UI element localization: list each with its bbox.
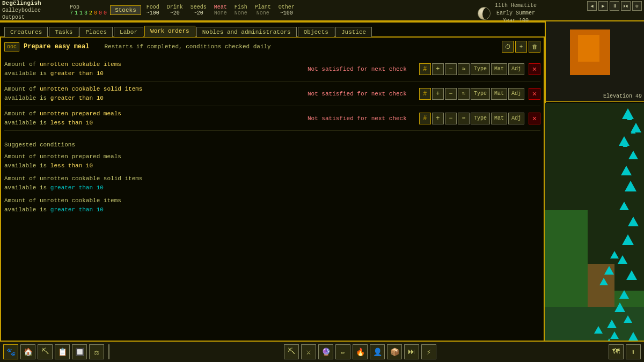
minus-btn-2[interactable]: − xyxy=(445,88,457,100)
mat-btn-3[interactable]: Mat xyxy=(491,113,507,124)
res-other: Other ~100 xyxy=(279,4,295,16)
bot-center-person[interactable]: 👤 xyxy=(370,344,385,359)
adj-btn-3[interactable]: Adj xyxy=(508,113,524,124)
cond-status-1: Not satisfied for next check xyxy=(308,66,415,72)
top-icon-4[interactable]: ⏭ xyxy=(621,1,631,11)
top-icon-3[interactable]: ⏸ xyxy=(610,1,619,11)
conditions-area: Amount of unrotten cookable items availa… xyxy=(4,57,540,358)
minimap-overview: Elevation 49 xyxy=(546,21,644,102)
bot-icon-designate[interactable]: ⛏ xyxy=(38,344,53,359)
cond-controls-1: # + − ≈ Type Mat Adj xyxy=(419,63,524,75)
bot-center-mine[interactable]: ⛏ xyxy=(284,344,299,359)
hash-btn-3[interactable]: # xyxy=(419,113,431,124)
fort-type: Galleybodice xyxy=(2,7,67,14)
res-fish: Fish None xyxy=(235,4,247,16)
tab-places[interactable]: Places xyxy=(79,27,113,37)
tab-labor[interactable]: Labor xyxy=(114,27,143,37)
bot-icon-buildings[interactable]: 🏠 xyxy=(20,344,35,359)
bot-right-1[interactable]: 🗺 xyxy=(609,344,624,359)
fort-name: Degëlingish xyxy=(2,0,67,7)
suggested-item-1[interactable]: Amount of unrotten prepared meals availa… xyxy=(4,152,540,170)
fort-sub: Outpost xyxy=(2,14,67,21)
cond-text-2: Amount of unrotten cookable solid items … xyxy=(4,85,303,102)
priority-box[interactable]: ooc xyxy=(4,42,19,51)
moon-icon xyxy=(478,7,491,20)
bot-icon-creatures[interactable]: 🐾 xyxy=(3,344,18,359)
elevation-label: Elevation 49 xyxy=(603,93,642,99)
minus-btn-1[interactable]: − xyxy=(445,63,457,75)
tab-justice[interactable]: Justice xyxy=(335,27,372,37)
delete-order-icon[interactable]: 🗑 xyxy=(529,41,540,53)
plus-btn-2[interactable]: + xyxy=(432,88,444,100)
bot-center-icons: ⛏ ⚔ 🔮 ✏ 🔥 👤 📦 ⏭ ⚡ xyxy=(114,344,606,359)
res-meat: Meat None xyxy=(214,4,227,16)
bot-center-sword[interactable]: ⚔ xyxy=(301,344,316,359)
tilde-btn-3[interactable]: ≈ xyxy=(458,113,470,124)
condition-row: Amount of unrotten prepared meals availa… xyxy=(4,106,540,131)
resource-stats: Food ~100 Drink ~20 Seeds ~20 Meat None … xyxy=(147,4,295,16)
pop-row: 7 1 1 3 2 0 0 0 xyxy=(70,10,107,16)
stocks-button[interactable]: Stocks xyxy=(110,5,141,15)
hash-btn-1[interactable]: # xyxy=(419,63,431,75)
bot-center-fire[interactable]: 🔥 xyxy=(353,344,368,359)
cond-text-3: Amount of unrotten prepared meals availa… xyxy=(4,109,303,127)
plus-btn-3[interactable]: + xyxy=(432,113,444,124)
condition-row: Amount of unrotten cookable items availa… xyxy=(4,57,540,82)
bot-center-magic[interactable]: 🔮 xyxy=(318,344,333,359)
bot-center-lightning[interactable]: ⚡ xyxy=(421,344,436,359)
cond-text-1: Amount of unrotten cookable items availa… xyxy=(4,60,303,78)
type-btn-1[interactable]: Type xyxy=(471,63,490,75)
top-icon-2[interactable]: ▶ xyxy=(598,1,608,11)
plus-btn-1[interactable]: + xyxy=(432,63,444,75)
tilde-btn-2[interactable]: ≈ xyxy=(458,88,470,100)
suggested-item-2[interactable]: Amount of unrotten cookable solid items … xyxy=(4,174,540,192)
adj-btn-2[interactable]: Adj xyxy=(508,88,524,100)
timer-icon[interactable]: ⏱ xyxy=(502,41,514,53)
bot-icon-zones[interactable]: 🔲 xyxy=(72,344,87,359)
order-subtitle: Restarts if completed, conditions checke… xyxy=(104,43,270,50)
tabs-bar: Creatures Tasks Places Labor Work orders… xyxy=(0,21,545,38)
res-food: Food ~100 xyxy=(147,4,159,16)
minus-btn-3[interactable]: − xyxy=(445,113,457,124)
tab-nobles[interactable]: Nobles and administrators xyxy=(196,27,297,37)
top-icon-5[interactable]: ⚙ xyxy=(632,1,642,11)
tab-work-orders[interactable]: Work orders xyxy=(144,26,195,37)
pop-label: Pop xyxy=(70,4,107,10)
hash-btn-2[interactable]: # xyxy=(419,88,431,100)
minimap-terrain xyxy=(545,103,644,362)
delete-cond-1[interactable]: ✕ xyxy=(529,63,540,75)
mat-btn-1[interactable]: Mat xyxy=(491,63,507,75)
top-icon-1[interactable]: ◀ xyxy=(587,1,597,11)
top-icons: ◀ ▶ ⏸ ⏭ ⚙ xyxy=(587,1,642,11)
suggested-section: Suggested conditions Amount of unrotten … xyxy=(4,142,540,214)
cond-status-2: Not satisfied for next check xyxy=(308,91,415,97)
type-btn-2[interactable]: Type xyxy=(471,88,490,100)
adj-btn-1[interactable]: Adj xyxy=(508,63,524,75)
bot-center-skip[interactable]: ⏭ xyxy=(404,344,419,359)
order-header-icons: ⏱ + 🗑 xyxy=(502,41,540,53)
add-condition-icon[interactable]: + xyxy=(515,41,527,53)
type-btn-3[interactable]: Type xyxy=(471,113,490,124)
suggested-item-3[interactable]: Amount of unrotten cookable items availa… xyxy=(4,196,540,214)
minimap: Elevation 49 xyxy=(545,21,644,362)
suggested-title: Suggested conditions xyxy=(4,142,540,148)
tilde-btn-1[interactable]: ≈ xyxy=(458,63,470,75)
delete-cond-3[interactable]: ✕ xyxy=(529,113,540,124)
bot-icon-tasks[interactable]: 📋 xyxy=(55,344,70,359)
order-header: ooc Prepare easy meal Restarts if comple… xyxy=(4,41,540,53)
work-orders-panel: ooc Prepare easy meal Restarts if comple… xyxy=(0,38,545,362)
delete-cond-2[interactable]: ✕ xyxy=(529,88,540,100)
res-plant: Plant None xyxy=(255,4,271,16)
tab-objects[interactable]: Objects xyxy=(298,27,334,37)
bottom-bar: 🐾 🏠 ⛏ 📋 🔲 ⚖ ⛏ ⚔ 🔮 ✏ 🔥 👤 📦 ⏭ ⚡ 🗺 ⬆ xyxy=(0,341,644,362)
bot-center-pencil[interactable]: ✏ xyxy=(335,344,350,359)
bot-icon-justice[interactable]: ⚖ xyxy=(89,344,104,359)
order-title: Prepare easy meal xyxy=(24,43,89,50)
main-area: Creatures Tasks Places Labor Work orders… xyxy=(0,21,545,362)
condition-row: Amount of unrotten cookable solid items … xyxy=(4,82,540,106)
bot-right-2[interactable]: ⬆ xyxy=(626,344,641,359)
tab-tasks[interactable]: Tasks xyxy=(49,27,78,37)
mat-btn-2[interactable]: Mat xyxy=(491,88,507,100)
tab-creatures[interactable]: Creatures xyxy=(4,27,48,37)
bot-center-box[interactable]: 📦 xyxy=(387,344,402,359)
